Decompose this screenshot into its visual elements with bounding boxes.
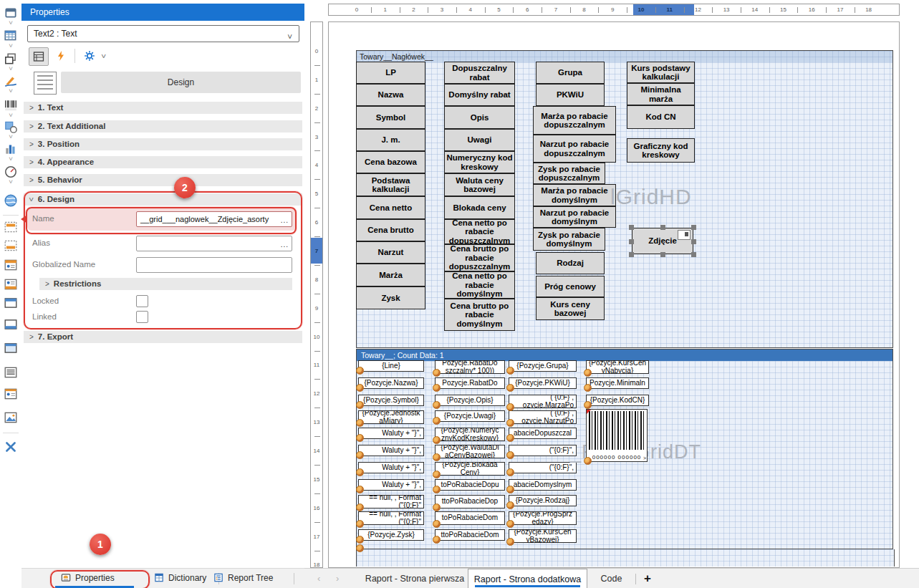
data-cell[interactable]: {Pozycje.KursCenyNabycia} bbox=[586, 360, 649, 374]
header-cell[interactable]: Uwagi bbox=[444, 129, 515, 151]
open-editor-button[interactable]: ... bbox=[281, 213, 289, 227]
selection-handle[interactable] bbox=[660, 225, 665, 230]
header-cell[interactable]: Blokada ceny bbox=[444, 196, 515, 219]
section-textadditional[interactable]: >2. Text Additional bbox=[24, 120, 302, 132]
locked-checkbox[interactable] bbox=[136, 295, 148, 307]
header-cell[interactable]: LP bbox=[356, 62, 425, 84]
data-cell[interactable]: Waluty + "}", bbox=[358, 445, 424, 456]
header-cell[interactable]: Narzut po rabacie domyślnym bbox=[533, 206, 616, 228]
data-cell[interactable]: Pozycje.RabatDo bbox=[435, 377, 505, 389]
table-component-icon[interactable] bbox=[4, 29, 18, 43]
header-cell[interactable]: Marża po rabacie domyślnym bbox=[533, 184, 616, 206]
tools-icon[interactable] bbox=[4, 440, 18, 454]
image-component-icon[interactable] bbox=[4, 410, 18, 425]
section-export[interactable]: >7. Export bbox=[24, 331, 302, 343]
shape-component-icon[interactable] bbox=[4, 120, 18, 134]
signature-component-icon[interactable] bbox=[4, 74, 18, 88]
card-component-icon[interactable] bbox=[4, 387, 18, 401]
section-restrictions[interactable]: >Restrictions bbox=[39, 278, 292, 290]
linked-checkbox[interactable] bbox=[136, 311, 148, 323]
chevron-expand-icon[interactable]: > bbox=[7, 135, 14, 142]
header-cell[interactable]: J. m. bbox=[356, 129, 425, 151]
section-behavior[interactable]: >5. Behavior bbox=[24, 174, 302, 186]
chevron-expand-icon[interactable]: > bbox=[7, 21, 14, 28]
header-cell[interactable]: Kurs ceny bazowej bbox=[536, 297, 605, 320]
globalized-name-input[interactable] bbox=[136, 257, 292, 273]
header-cell[interactable]: Narzut bbox=[356, 241, 425, 264]
selection-handle[interactable] bbox=[629, 225, 634, 230]
page-header-band-icon[interactable] bbox=[4, 258, 18, 272]
data-cell[interactable]: Pozycje.RabatDoszczalny* 100)) bbox=[435, 360, 505, 374]
data-cell[interactable]: Waluty + "}", bbox=[358, 428, 424, 439]
header-cell[interactable]: Zysk po rabacie dopuszczalnym bbox=[533, 163, 605, 184]
header-cell[interactable]: Zysk bbox=[356, 286, 425, 309]
header-cell[interactable]: Opis bbox=[444, 106, 515, 129]
header-cell[interactable]: Cena netto bbox=[356, 196, 425, 219]
text-object-icon[interactable] bbox=[4, 365, 18, 380]
data-cell[interactable]: ("{0:F}", bbox=[509, 445, 577, 456]
footer-band-icon[interactable] bbox=[4, 317, 18, 332]
section-appearance[interactable]: >4. Appearance bbox=[24, 156, 302, 168]
header-cell[interactable]: Podstawa kalkulacji bbox=[356, 173, 425, 196]
tab-properties[interactable]: Properties bbox=[61, 569, 115, 588]
header-cell[interactable]: Kurs podstawy kalkulacji bbox=[627, 62, 695, 83]
selection-handle[interactable] bbox=[691, 239, 696, 244]
page-tab-3[interactable]: Code bbox=[591, 569, 632, 588]
text-component-icon[interactable] bbox=[4, 6, 18, 20]
header-cell[interactable]: Marża po rabacie dopuszczalnym bbox=[533, 106, 616, 135]
selection-handle[interactable] bbox=[691, 225, 696, 230]
open-editor-button[interactable]: ... bbox=[281, 238, 289, 251]
header-cell[interactable]: Kod CN bbox=[627, 105, 695, 129]
section-design[interactable]: >6. Design bbox=[24, 193, 302, 206]
data-cell[interactable]: Waluty + "}", bbox=[358, 462, 424, 473]
header-band-icon[interactable] bbox=[4, 296, 18, 310]
name-input[interactable]: __grid___naglowek__Zdjęcie_asorty ... bbox=[136, 211, 292, 227]
report-summary-band-icon[interactable] bbox=[4, 238, 18, 253]
header-cell[interactable]: Waluta ceny bazowej bbox=[444, 173, 515, 196]
data-cell[interactable]: abacieDopuszczal bbox=[509, 428, 577, 439]
header-cell[interactable]: Minimalna marża bbox=[627, 83, 695, 105]
data-cell[interactable]: == null, , Format("{0:F}" bbox=[358, 511, 424, 525]
header-cell[interactable]: PKWiU bbox=[536, 84, 605, 106]
data-cell[interactable]: {Pozycje.KodCN} bbox=[586, 395, 649, 406]
data-cell[interactable]: ( {0:F} ,ozycje.MarzaPo bbox=[509, 395, 577, 408]
map-component-icon[interactable] bbox=[4, 193, 18, 208]
header-cell[interactable]: Numeryczny kod kreskowy bbox=[444, 151, 515, 173]
selection-handle[interactable] bbox=[629, 252, 634, 257]
selection-handle[interactable] bbox=[629, 239, 634, 244]
report-title-band-icon[interactable] bbox=[4, 220, 18, 234]
add-page-button[interactable]: + bbox=[644, 569, 651, 588]
tab-scroll-forward[interactable]: › bbox=[336, 569, 339, 588]
header-cell[interactable]: Graficzny kod kreskowy bbox=[627, 138, 695, 163]
component-selector-dropdown[interactable]: Text2 : Text > bbox=[27, 25, 299, 42]
data-cell[interactable]: {Pozycje.Rodzaj} bbox=[509, 495, 577, 506]
header-cell[interactable]: Dopuszczalny rabat bbox=[444, 62, 515, 84]
gauge-component-icon[interactable] bbox=[4, 165, 18, 179]
header-cell[interactable]: Zysk po rabacie domyślnym bbox=[533, 228, 605, 251]
data-cell[interactable]: abacieDomyslnym bbox=[509, 479, 577, 491]
header-cell[interactable]: Cena brutto po rabacie domyślnym bbox=[444, 299, 515, 331]
data-cell[interactable]: {Pozycje.PKWiU} bbox=[509, 377, 577, 389]
chevron-down-icon[interactable]: > bbox=[100, 54, 107, 59]
alias-input[interactable]: ... bbox=[136, 236, 292, 251]
header-cell[interactable]: Rodzaj bbox=[536, 252, 605, 274]
section-text[interactable]: >1. Text bbox=[24, 102, 302, 114]
data-cell[interactable]: ttoPoRabacieDom bbox=[435, 529, 505, 541]
data-cell[interactable]: ("{0:F}", bbox=[509, 462, 577, 473]
chevron-expand-icon[interactable]: > bbox=[7, 44, 14, 51]
chevron-expand-icon[interactable]: > bbox=[7, 180, 14, 187]
page-tab-1[interactable]: Raport - Strona pierwsza bbox=[362, 569, 468, 588]
header-cell[interactable]: Cena brutto po rabacie dopuszczalnym bbox=[444, 244, 515, 271]
data-cell[interactable]: {Pozycje.JednostkaMiary} bbox=[358, 410, 424, 424]
tab-report-tree[interactable]: Report Tree bbox=[213, 569, 273, 588]
data-cell[interactable]: ( {0:F} ,ozycje.NarzutPo bbox=[509, 410, 577, 424]
panel-component-icon[interactable] bbox=[4, 341, 18, 355]
data-cell[interactable]: toPoRabacieDopu bbox=[435, 479, 505, 491]
data-cell[interactable]: {Pozycje.Symbol} bbox=[358, 395, 424, 406]
data-cell[interactable]: {Pozycje.Nazwa} bbox=[358, 377, 424, 389]
chart-component-icon[interactable] bbox=[4, 142, 18, 156]
header-cell[interactable]: Próg cenowy bbox=[536, 276, 605, 297]
barcode-element[interactable]: 000000 000000 > bbox=[586, 409, 648, 462]
data-cell[interactable]: {Pozycje.BlokadaCeny} bbox=[435, 462, 505, 476]
data-cell[interactable]: {Line} bbox=[358, 360, 424, 372]
